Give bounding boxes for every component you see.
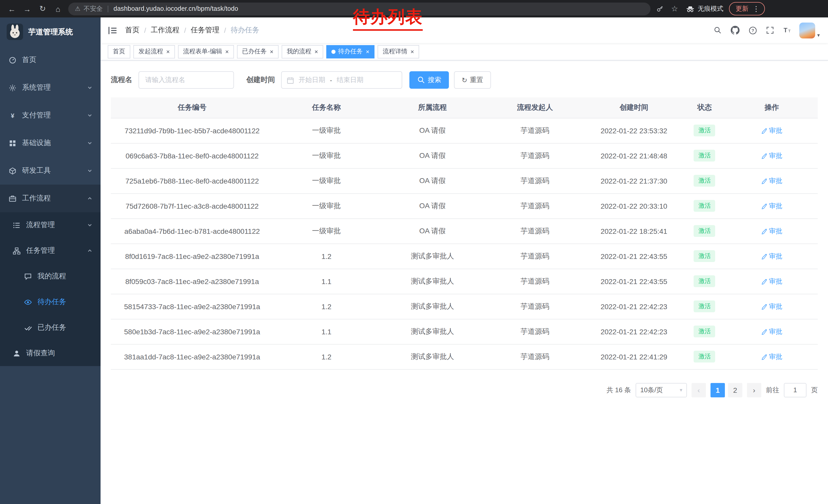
breadcrumb-separator: / <box>224 26 226 34</box>
process-name-input[interactable]: 请输入流程名 <box>138 71 234 89</box>
start-date-placeholder: 开始日期 <box>299 75 325 85</box>
date-range-picker[interactable]: 开始日期 - 结束日期 <box>281 71 402 89</box>
breadcrumb-item[interactable]: 首页 <box>125 26 139 35</box>
approve-label: 审批 <box>769 176 782 185</box>
table-row: 725a1eb6-7b88-11ec-8ef0-acde48001122一级审批… <box>111 168 818 193</box>
app-logo[interactable]: 芋道管理系统 <box>0 17 100 46</box>
approve-link[interactable]: 审批 <box>761 302 782 311</box>
reset-button[interactable]: ↻ 重置 <box>454 71 491 89</box>
approve-link[interactable]: 审批 <box>761 226 782 236</box>
back-icon[interactable]: ← <box>5 2 18 15</box>
sidebar-item-todo-task[interactable]: 待办任务 <box>0 289 100 315</box>
cell-name: 1.2 <box>274 294 379 319</box>
approve-link[interactable]: 审批 <box>761 176 782 185</box>
approve-link[interactable]: 审批 <box>761 151 782 160</box>
approve-link[interactable]: 审批 <box>761 126 782 135</box>
kebab-menu-icon[interactable]: ⋮ <box>753 5 760 13</box>
end-date-placeholder: 结束日期 <box>337 75 364 85</box>
sidebar-item-dev-tools[interactable]: 研发工具 <box>0 157 100 185</box>
address-separator <box>108 5 109 12</box>
cell-name: 一级审批 <box>274 193 379 218</box>
approve-label: 审批 <box>769 352 782 361</box>
next-page-button[interactable]: › <box>747 383 761 397</box>
tab-流程表单-编辑[interactable]: 流程表单-编辑× <box>178 45 234 58</box>
goto-page-input[interactable]: 1 <box>784 383 806 397</box>
tab-待办任务[interactable]: 待办任务× <box>326 45 374 58</box>
sidebar-item-infrastructure[interactable]: 基础设施 <box>0 129 100 157</box>
cell-name: 一级审批 <box>274 143 379 168</box>
breadcrumb-separator: / <box>184 26 186 34</box>
tab-发起流程[interactable]: 发起流程× <box>133 45 175 58</box>
sidebar-item-workflow[interactable]: 工作流程 <box>0 185 100 212</box>
app-title: 芋道管理系统 <box>28 27 73 37</box>
search-button[interactable]: 搜索 <box>409 71 449 89</box>
forward-icon[interactable]: → <box>20 2 34 15</box>
org-icon <box>12 247 21 255</box>
sidebar-item-payment-management[interactable]: ¥支付管理 <box>0 101 100 129</box>
key-icon[interactable] <box>654 5 665 12</box>
breadcrumb-item[interactable]: 任务管理 <box>191 26 219 35</box>
prev-page-button[interactable]: ‹ <box>692 383 706 397</box>
github-icon[interactable] <box>731 26 740 35</box>
cell-name: 1.1 <box>274 269 379 294</box>
tab-首页[interactable]: 首页 <box>108 45 130 58</box>
cell-id: 381aa1dd-7ac8-11ec-a9e2-a2380e71991a <box>111 344 274 369</box>
sidebar-item-label: 首页 <box>22 55 36 64</box>
tab-流程详情[interactable]: 流程详情× <box>378 45 419 58</box>
update-button[interactable]: 更新 ⋮ <box>729 2 765 15</box>
approve-link[interactable]: 审批 <box>761 201 782 211</box>
page-button-1[interactable]: 1 <box>710 383 725 397</box>
approve-link[interactable]: 审批 <box>761 327 782 336</box>
sidebar-item-done-task[interactable]: 已办任务 <box>0 315 100 340</box>
cell-status: 激活 <box>683 294 726 319</box>
star-icon[interactable]: ☆ <box>669 4 680 13</box>
reload-icon[interactable]: ↻ <box>36 2 49 15</box>
tab-已办任务[interactable]: 已办任务× <box>237 45 279 58</box>
page-size-select[interactable]: 10条/页 ▾ <box>636 383 687 397</box>
chevron-down-icon <box>87 113 92 118</box>
tab-我的流程[interactable]: 我的流程× <box>282 45 323 58</box>
sidebar-item-label: 流程管理 <box>26 221 55 230</box>
search-icon[interactable] <box>714 26 722 34</box>
close-icon[interactable]: × <box>315 48 318 55</box>
help-icon[interactable]: ? <box>748 26 757 35</box>
table-row: 580e1b3d-7ac8-11ec-a9e2-a2380e71991a1.1测… <box>111 319 818 344</box>
range-separator: - <box>330 76 332 84</box>
home-icon[interactable]: ⌂ <box>51 2 65 15</box>
sidebar-item-process-management[interactable]: 流程管理 <box>0 212 100 238</box>
hamburger-icon[interactable] <box>108 26 118 35</box>
cell-time: 2022-01-22 18:25:41 <box>584 218 683 243</box>
breadcrumb: 首页/工作流程/任务管理/待办任务 <box>125 26 259 35</box>
sidebar: 芋道管理系统 首页系统管理¥支付管理基础设施研发工具工作流程流程管理任务管理我的… <box>0 17 100 504</box>
breadcrumb-item[interactable]: 工作流程 <box>151 26 179 35</box>
fullscreen-icon[interactable] <box>766 26 774 34</box>
close-icon[interactable]: × <box>410 48 414 55</box>
cell-status: 激活 <box>683 319 726 344</box>
sidebar-item-system-management[interactable]: 系统管理 <box>0 74 100 101</box>
approve-link[interactable]: 审批 <box>761 352 782 361</box>
sidebar-item-home[interactable]: 首页 <box>0 46 100 74</box>
user-avatar[interactable]: ▾ <box>799 22 820 38</box>
font-size-icon[interactable]: TT <box>783 26 792 35</box>
sidebar-item-leave-query[interactable]: 请假查询 <box>0 340 100 366</box>
cell-process: OA 请假 <box>379 193 485 218</box>
svg-text:¥: ¥ <box>11 112 14 119</box>
cell-id: 069c6a63-7b8a-11ec-8ef0-acde48001122 <box>111 143 274 168</box>
cell-action: 审批 <box>726 168 818 193</box>
table-row: 75d72608-7b7f-11ec-a3c8-acde48001122一级审批… <box>111 193 818 218</box>
table-row: 8f059c03-7ac8-11ec-a9e2-a2380e71991a1.1测… <box>111 269 818 294</box>
column-header: 所属流程 <box>379 97 485 118</box>
approve-label: 审批 <box>769 201 782 211</box>
sidebar-item-task-management[interactable]: 任务管理 <box>0 238 100 264</box>
close-icon[interactable]: × <box>225 48 229 55</box>
close-icon[interactable]: × <box>166 48 170 55</box>
cell-id: 8f0d1619-7ac8-11ec-a9e2-a2380e71991a <box>111 243 274 269</box>
dashboard-icon <box>8 56 17 64</box>
approve-link[interactable]: 审批 <box>761 277 782 286</box>
sidebar-item-my-process[interactable]: 我的流程 <box>0 264 100 289</box>
cell-name: 一级审批 <box>274 168 379 193</box>
close-icon[interactable]: × <box>270 48 274 55</box>
close-icon[interactable]: × <box>366 48 369 55</box>
approve-link[interactable]: 审批 <box>761 251 782 261</box>
page-button-2[interactable]: 2 <box>728 383 742 397</box>
